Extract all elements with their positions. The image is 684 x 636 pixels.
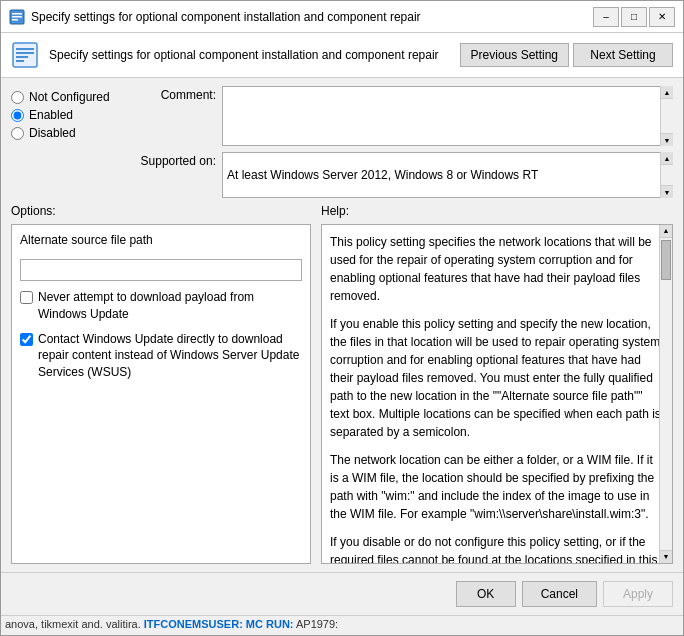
svg-rect-4 bbox=[13, 43, 37, 67]
minimize-button[interactable]: – bbox=[593, 7, 619, 27]
help-para-3: The network location can be either a fol… bbox=[330, 451, 664, 523]
comment-scrollbar: ▲ ▼ bbox=[660, 86, 673, 146]
section-labels: Options: Help: bbox=[11, 204, 673, 218]
window-controls: – □ ✕ bbox=[593, 7, 675, 27]
options-panel: Alternate source file path Never attempt… bbox=[11, 224, 311, 564]
checkbox2-label: Contact Windows Update directly to downl… bbox=[38, 331, 302, 381]
path-input[interactable] bbox=[20, 259, 302, 281]
scrollbar-down-btn[interactable]: ▼ bbox=[661, 133, 673, 146]
help-scroll-down[interactable]: ▼ bbox=[660, 550, 672, 563]
supported-row: Supported on: At least Windows Server 20… bbox=[131, 152, 673, 198]
options-title: Alternate source file path bbox=[20, 233, 302, 247]
radio-not-configured-label: Not Configured bbox=[29, 90, 110, 104]
svg-rect-7 bbox=[16, 56, 28, 58]
title-bar: Specify settings for optional component … bbox=[1, 1, 683, 33]
svg-rect-6 bbox=[16, 52, 34, 54]
header-title: Specify settings for optional component … bbox=[49, 48, 450, 62]
supported-wrapper: At least Windows Server 2012, Windows 8 … bbox=[222, 152, 673, 198]
supported-scroll-down[interactable]: ▼ bbox=[661, 185, 673, 198]
svg-rect-1 bbox=[12, 13, 22, 15]
header-icon bbox=[11, 41, 39, 69]
help-para-4: If you disable or do not configure this … bbox=[330, 533, 664, 564]
checkbox2-input[interactable] bbox=[20, 333, 33, 346]
svg-rect-8 bbox=[16, 60, 24, 62]
top-section: Not Configured Enabled Disabled Comment: bbox=[11, 86, 673, 198]
radio-disabled-label: Disabled bbox=[29, 126, 76, 140]
radio-disabled-input[interactable] bbox=[11, 127, 24, 140]
window-icon bbox=[9, 9, 25, 25]
radio-enabled-input[interactable] bbox=[11, 109, 24, 122]
status-text-after: AP1979: bbox=[294, 618, 339, 630]
radio-group: Not Configured Enabled Disabled bbox=[11, 86, 121, 198]
scrollbar-up-btn[interactable]: ▲ bbox=[661, 86, 673, 99]
cancel-button[interactable]: Cancel bbox=[522, 581, 597, 607]
radio-not-configured[interactable]: Not Configured bbox=[11, 90, 121, 104]
svg-rect-5 bbox=[16, 48, 34, 50]
checkbox1-input[interactable] bbox=[20, 291, 33, 304]
checkbox1-label: Never attempt to download payload from W… bbox=[38, 289, 302, 323]
status-bar: anova, tikmexit and. valitira. ITFCONEMS… bbox=[1, 615, 683, 635]
fields-section: Comment: ▲ ▼ Supported on: At least Wind… bbox=[131, 86, 673, 198]
supported-value: At least Windows Server 2012, Windows 8 … bbox=[222, 152, 673, 198]
comment-textarea-wrapper: ▲ ▼ bbox=[222, 86, 673, 146]
status-text-before: anova, tikmexit and. valitira. bbox=[5, 618, 144, 630]
help-scroll-thumb bbox=[661, 240, 671, 280]
svg-rect-2 bbox=[12, 16, 22, 18]
help-scrollbar[interactable]: ▲ ▼ bbox=[659, 225, 672, 563]
help-panel: This policy setting specifies the networ… bbox=[321, 224, 673, 564]
bottom-section: Alternate source file path Never attempt… bbox=[11, 224, 673, 564]
title-text: Specify settings for optional component … bbox=[31, 10, 593, 24]
ok-button[interactable]: OK bbox=[456, 581, 516, 607]
footer: OK Cancel Apply bbox=[1, 572, 683, 615]
checkbox1-item[interactable]: Never attempt to download payload from W… bbox=[20, 289, 302, 323]
checkbox2-item[interactable]: Contact Windows Update directly to downl… bbox=[20, 331, 302, 381]
svg-rect-3 bbox=[12, 19, 18, 21]
help-section-label: Help: bbox=[321, 204, 673, 218]
help-scroll-up[interactable]: ▲ bbox=[660, 225, 672, 238]
maximize-button[interactable]: □ bbox=[621, 7, 647, 27]
comment-label: Comment: bbox=[131, 86, 216, 102]
options-section-label: Options: bbox=[11, 204, 311, 218]
status-highlight: ITFCONEMSUSER: MC RUN: bbox=[144, 618, 294, 630]
comment-textarea[interactable] bbox=[222, 86, 673, 146]
next-setting-button[interactable]: Next Setting bbox=[573, 43, 673, 67]
header-nav-buttons: Previous Setting Next Setting bbox=[460, 43, 673, 67]
supported-scrollbar: ▲ ▼ bbox=[660, 152, 673, 198]
main-content: Not Configured Enabled Disabled Comment: bbox=[1, 78, 683, 572]
radio-enabled[interactable]: Enabled bbox=[11, 108, 121, 122]
radio-disabled[interactable]: Disabled bbox=[11, 126, 121, 140]
radio-enabled-label: Enabled bbox=[29, 108, 73, 122]
prev-setting-button[interactable]: Previous Setting bbox=[460, 43, 569, 67]
close-button[interactable]: ✕ bbox=[649, 7, 675, 27]
comment-row: Comment: ▲ ▼ bbox=[131, 86, 673, 146]
help-para-1: This policy setting specifies the networ… bbox=[330, 233, 664, 305]
radio-not-configured-input[interactable] bbox=[11, 91, 24, 104]
apply-button[interactable]: Apply bbox=[603, 581, 673, 607]
supported-scroll-up[interactable]: ▲ bbox=[661, 152, 673, 165]
supported-label: Supported on: bbox=[131, 152, 216, 168]
header-section: Specify settings for optional component … bbox=[1, 33, 683, 78]
help-para-2: If you enable this policy setting and sp… bbox=[330, 315, 664, 441]
main-window: Specify settings for optional component … bbox=[0, 0, 684, 636]
